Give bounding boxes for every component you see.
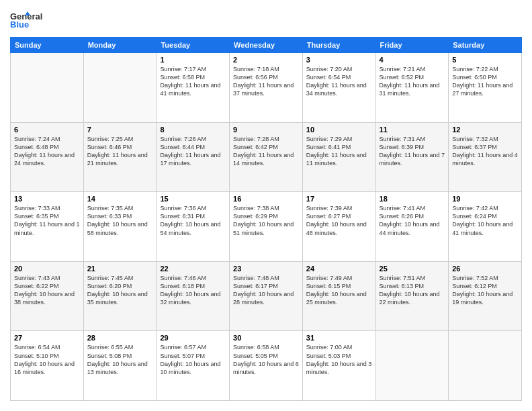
calendar-cell: 17Sunrise: 7:39 AM Sunset: 6:27 PM Dayli… (302, 192, 375, 262)
calendar-cell: 20Sunrise: 7:43 AM Sunset: 6:22 PM Dayli… (11, 261, 84, 331)
day-number: 16 (233, 195, 299, 203)
logo: General Blue (10, 10, 50, 30)
calendar-cell: 22Sunrise: 7:46 AM Sunset: 6:18 PM Dayli… (157, 261, 230, 331)
calendar-cell: 15Sunrise: 7:36 AM Sunset: 6:31 PM Dayli… (157, 192, 230, 262)
calendar-cell: 25Sunrise: 7:51 AM Sunset: 6:13 PM Dayli… (375, 261, 449, 331)
day-number: 9 (233, 126, 299, 134)
day-number: 13 (14, 195, 80, 203)
calendar-cell: 14Sunrise: 7:35 AM Sunset: 6:33 PM Dayli… (83, 192, 157, 262)
day-number: 11 (380, 126, 445, 134)
calendar-cell: 4Sunrise: 7:21 AM Sunset: 6:52 PM Daylig… (375, 53, 449, 123)
day-number: 29 (160, 334, 226, 342)
calendar-cell: 11Sunrise: 7:31 AM Sunset: 6:39 PM Dayli… (375, 122, 449, 192)
day-info: Sunrise: 6:55 AM Sunset: 5:08 PM Dayligh… (87, 343, 153, 376)
day-info: Sunrise: 7:51 AM Sunset: 6:13 PM Dayligh… (380, 274, 445, 307)
day-info: Sunrise: 7:24 AM Sunset: 6:48 PM Dayligh… (14, 135, 80, 168)
calendar-cell: 9Sunrise: 7:28 AM Sunset: 6:42 PM Daylig… (230, 122, 303, 192)
day-info: Sunrise: 7:35 AM Sunset: 6:33 PM Dayligh… (87, 204, 153, 237)
calendar-cell: 27Sunrise: 6:54 AM Sunset: 5:10 PM Dayli… (11, 331, 84, 401)
day-number: 2 (233, 56, 299, 64)
day-number: 27 (14, 334, 80, 342)
day-info: Sunrise: 7:20 AM Sunset: 6:54 PM Dayligh… (306, 65, 372, 98)
day-number: 8 (160, 126, 226, 134)
day-number: 10 (306, 126, 372, 134)
day-info: Sunrise: 7:22 AM Sunset: 6:50 PM Dayligh… (452, 65, 518, 98)
calendar-cell: 23Sunrise: 7:48 AM Sunset: 6:17 PM Dayli… (230, 261, 303, 331)
calendar-cell: 13Sunrise: 7:33 AM Sunset: 6:35 PM Dayli… (11, 192, 84, 262)
day-info: Sunrise: 7:45 AM Sunset: 6:20 PM Dayligh… (87, 274, 153, 307)
day-info: Sunrise: 7:52 AM Sunset: 6:12 PM Dayligh… (452, 274, 518, 307)
day-number: 18 (380, 195, 445, 203)
calendar-cell: 19Sunrise: 7:42 AM Sunset: 6:24 PM Dayli… (449, 192, 522, 262)
day-number: 25 (380, 265, 445, 273)
day-number: 1 (160, 56, 226, 64)
day-info: Sunrise: 7:41 AM Sunset: 6:26 PM Dayligh… (380, 204, 445, 237)
calendar-cell: 21Sunrise: 7:45 AM Sunset: 6:20 PM Dayli… (83, 261, 157, 331)
calendar-cell: 28Sunrise: 6:55 AM Sunset: 5:08 PM Dayli… (83, 331, 157, 401)
day-info: Sunrise: 7:31 AM Sunset: 6:39 PM Dayligh… (380, 135, 445, 168)
calendar-cell: 18Sunrise: 7:41 AM Sunset: 6:26 PM Dayli… (375, 192, 449, 262)
weekday-saturday: Saturday (449, 38, 522, 53)
day-number: 4 (380, 56, 445, 64)
day-number: 6 (14, 126, 80, 134)
calendar-cell (375, 331, 449, 401)
svg-text:Blue: Blue (10, 19, 29, 30)
day-number: 30 (233, 334, 299, 342)
calendar-cell: 2Sunrise: 7:18 AM Sunset: 6:56 PM Daylig… (230, 53, 303, 123)
day-number: 24 (306, 265, 372, 273)
day-number: 5 (452, 56, 518, 64)
calendar-cell: 5Sunrise: 7:22 AM Sunset: 6:50 PM Daylig… (449, 53, 522, 123)
day-info: Sunrise: 6:54 AM Sunset: 5:10 PM Dayligh… (14, 343, 80, 376)
day-number: 26 (452, 265, 518, 273)
calendar-cell: 16Sunrise: 7:38 AM Sunset: 6:29 PM Dayli… (230, 192, 303, 262)
calendar-cell: 24Sunrise: 7:49 AM Sunset: 6:15 PM Dayli… (302, 261, 375, 331)
day-info: Sunrise: 7:29 AM Sunset: 6:41 PM Dayligh… (306, 135, 372, 168)
calendar-cell: 10Sunrise: 7:29 AM Sunset: 6:41 PM Dayli… (302, 122, 375, 192)
calendar-cell: 29Sunrise: 6:57 AM Sunset: 5:07 PM Dayli… (157, 331, 230, 401)
day-info: Sunrise: 7:21 AM Sunset: 6:52 PM Dayligh… (380, 65, 445, 98)
calendar-cell: 1Sunrise: 7:17 AM Sunset: 6:58 PM Daylig… (157, 53, 230, 123)
day-info: Sunrise: 7:48 AM Sunset: 6:17 PM Dayligh… (233, 274, 299, 307)
day-info: Sunrise: 7:32 AM Sunset: 6:37 PM Dayligh… (452, 135, 518, 168)
day-info: Sunrise: 7:49 AM Sunset: 6:15 PM Dayligh… (306, 274, 372, 307)
day-info: Sunrise: 6:58 AM Sunset: 5:05 PM Dayligh… (233, 343, 299, 376)
day-info: Sunrise: 7:00 AM Sunset: 5:03 PM Dayligh… (306, 343, 372, 376)
calendar-cell: 6Sunrise: 7:24 AM Sunset: 6:48 PM Daylig… (11, 122, 84, 192)
calendar-week-3: 13Sunrise: 7:33 AM Sunset: 6:35 PM Dayli… (11, 192, 522, 262)
day-info: Sunrise: 7:18 AM Sunset: 6:56 PM Dayligh… (233, 65, 299, 98)
day-number: 3 (306, 56, 372, 64)
calendar-cell: 12Sunrise: 7:32 AM Sunset: 6:37 PM Dayli… (449, 122, 522, 192)
calendar-cell: 30Sunrise: 6:58 AM Sunset: 5:05 PM Dayli… (230, 331, 303, 401)
calendar-body: 1Sunrise: 7:17 AM Sunset: 6:58 PM Daylig… (11, 53, 522, 401)
weekday-friday: Friday (375, 38, 449, 53)
day-number: 21 (87, 265, 153, 273)
day-number: 17 (306, 195, 372, 203)
weekday-header-row: SundayMondayTuesdayWednesdayThursdayFrid… (11, 38, 522, 53)
day-number: 31 (306, 334, 372, 342)
day-info: Sunrise: 7:43 AM Sunset: 6:22 PM Dayligh… (14, 274, 80, 307)
calendar-cell (11, 53, 84, 123)
calendar-cell (449, 331, 522, 401)
calendar-cell: 8Sunrise: 7:26 AM Sunset: 6:44 PM Daylig… (157, 122, 230, 192)
logo-icon: General Blue (10, 10, 50, 30)
calendar-cell: 3Sunrise: 7:20 AM Sunset: 6:54 PM Daylig… (302, 53, 375, 123)
day-info: Sunrise: 7:25 AM Sunset: 6:46 PM Dayligh… (87, 135, 153, 168)
calendar-cell: 7Sunrise: 7:25 AM Sunset: 6:46 PM Daylig… (83, 122, 157, 192)
day-info: Sunrise: 7:42 AM Sunset: 6:24 PM Dayligh… (452, 204, 518, 237)
calendar-cell (83, 53, 157, 123)
day-number: 7 (87, 126, 153, 134)
day-number: 28 (87, 334, 153, 342)
weekday-wednesday: Wednesday (230, 38, 303, 53)
weekday-thursday: Thursday (302, 38, 375, 53)
day-number: 15 (160, 195, 226, 203)
day-info: Sunrise: 6:57 AM Sunset: 5:07 PM Dayligh… (160, 343, 226, 376)
day-info: Sunrise: 7:26 AM Sunset: 6:44 PM Dayligh… (160, 135, 226, 168)
day-number: 20 (14, 265, 80, 273)
weekday-tuesday: Tuesday (157, 38, 230, 53)
day-number: 19 (452, 195, 518, 203)
day-info: Sunrise: 7:17 AM Sunset: 6:58 PM Dayligh… (160, 65, 226, 98)
day-number: 22 (160, 265, 226, 273)
day-number: 23 (233, 265, 299, 273)
day-number: 14 (87, 195, 153, 203)
calendar-cell: 31Sunrise: 7:00 AM Sunset: 5:03 PM Dayli… (302, 331, 375, 401)
